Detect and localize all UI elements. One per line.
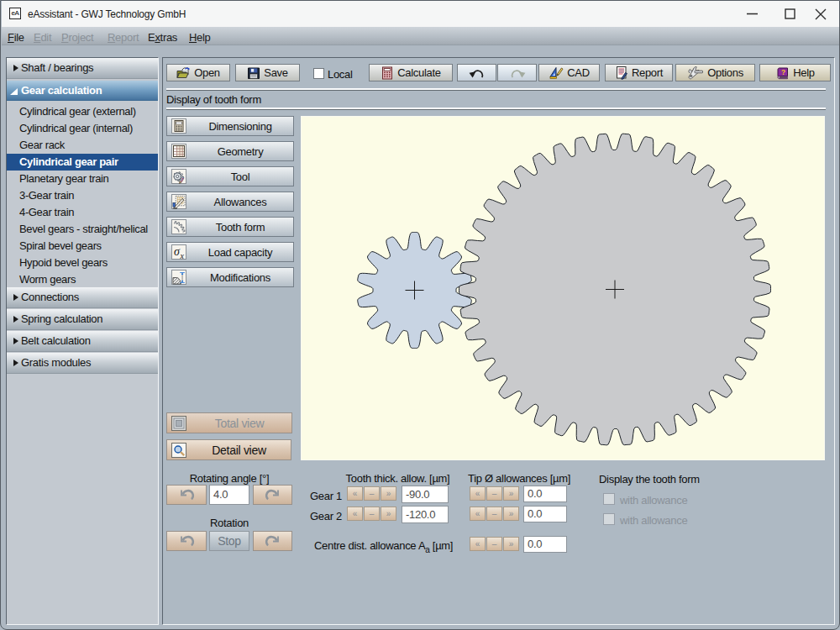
svg-text:?: ?	[781, 67, 785, 76]
svg-text:x: x	[180, 251, 185, 260]
